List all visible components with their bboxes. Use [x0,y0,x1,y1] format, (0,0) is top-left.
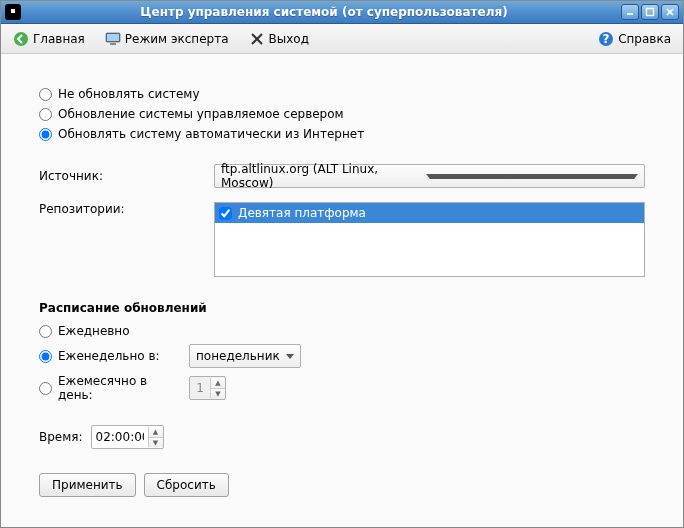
spin-up[interactable]: ▲ [211,378,225,388]
svg-text:?: ? [603,32,610,46]
month-day-spinner[interactable]: ▲ ▼ [189,376,226,400]
update-mode-group: Не обновлять систему Обновление системы … [39,84,645,144]
radio-weekly[interactable] [39,350,52,363]
home-label: Главная [33,32,85,46]
close-button[interactable] [661,4,679,20]
list-item[interactable]: Девятая платформа [215,203,644,223]
radio-daily-label[interactable]: Ежедневно [58,324,130,338]
monitor-icon [105,31,121,47]
svg-point-4 [14,32,28,46]
svg-rect-1 [647,9,654,16]
titlebar: Центр управления системой (от суперпольз… [1,1,683,24]
source-label: Источник: [39,169,214,183]
time-input[interactable] [92,430,148,444]
window-title: Центр управления системой (от суперпольз… [27,5,621,19]
schedule-title: Расписание обновлений [39,301,645,315]
arrow-left-icon [13,31,29,47]
radio-no-update[interactable] [39,88,52,101]
svg-rect-7 [110,43,116,45]
home-button[interactable]: Главная [9,29,89,49]
apply-button[interactable]: Применить [39,473,136,497]
maximize-button[interactable] [641,4,659,20]
month-day-input [190,381,210,395]
app-icon [5,4,21,20]
source-dropdown[interactable]: ftp.altlinux.org (ALT Linux, Moscow) [214,164,645,188]
repos-label: Репозитории: [39,202,214,216]
radio-auto-update[interactable] [39,128,52,141]
close-icon [249,31,265,47]
reset-label: Сбросить [157,478,216,492]
content-area: Не обновлять систему Обновление системы … [1,54,683,527]
radio-daily[interactable] [39,325,52,338]
repos-list[interactable]: Девятая платформа [214,202,645,277]
expert-mode-button[interactable]: Режим эксперта [101,29,233,49]
repo-name: Девятая платформа [238,206,366,220]
expert-label: Режим эксперта [125,32,229,46]
radio-no-update-label[interactable]: Не обновлять систему [58,87,200,101]
radio-server-update[interactable] [39,108,52,121]
spin-down[interactable]: ▼ [149,437,163,447]
apply-label: Применить [52,478,123,492]
time-label: Время: [39,430,83,444]
help-icon: ? [598,31,614,47]
exit-label: Выход [269,32,309,46]
help-button[interactable]: ? Справка [594,29,675,49]
weekday-select[interactable]: понедельник [189,344,301,368]
help-label: Справка [618,32,671,46]
reset-button[interactable]: Сбросить [144,473,229,497]
svg-rect-6 [107,34,119,41]
spin-up[interactable]: ▲ [149,427,163,437]
chevron-down-icon [286,354,294,359]
minimize-button[interactable] [621,4,639,20]
spin-down[interactable]: ▼ [211,388,225,398]
radio-auto-update-label[interactable]: Обновлять систему автоматически из Интер… [58,127,364,141]
chevron-down-icon [426,174,639,179]
radio-monthly[interactable] [39,382,52,395]
repo-checkbox[interactable] [219,207,232,220]
radio-weekly-label[interactable]: Еженедельно в: [58,349,183,363]
source-value: ftp.altlinux.org (ALT Linux, Moscow) [221,162,426,190]
window-controls [621,4,679,20]
toolbar: Главная Режим эксперта Выход ? Справка [1,24,683,54]
radio-server-update-label[interactable]: Обновление системы управляемое сервером [58,107,344,121]
time-spinner[interactable]: ▲ ▼ [91,425,164,449]
radio-monthly-label[interactable]: Ежемесячно в день: [58,374,183,402]
exit-button[interactable]: Выход [245,29,313,49]
weekday-value: понедельник [196,349,280,363]
